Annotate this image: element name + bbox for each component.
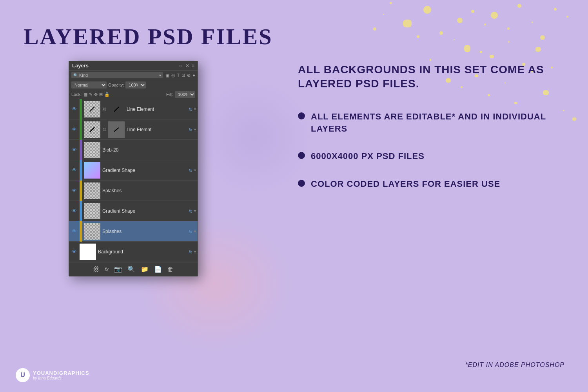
filter-shape-icon[interactable]: ⊡ [181, 73, 185, 78]
ps-search-box[interactable]: 🔍 Kind ▾ [71, 72, 163, 78]
layer-thumb-mask-2 [108, 121, 125, 138]
layer-thumb-3 [84, 142, 100, 158]
ps-kind-label: Kind [79, 73, 158, 78]
layer-thumb-mask-1 [108, 101, 125, 117]
fill-label: Fill: [166, 92, 173, 97]
layer-color-bar-6 [80, 201, 82, 221]
layer-expand-2[interactable]: ▾ [194, 127, 196, 132]
filter-pixel-icon[interactable]: ▣ [165, 73, 169, 78]
layer-thumb-8 [80, 244, 96, 260]
svg-line-2 [90, 127, 94, 132]
layer-thumb-1 [84, 101, 100, 117]
lock-move-icon[interactable]: ✥ [94, 92, 98, 97]
layer-expand-1[interactable]: ▾ [194, 107, 196, 111]
line-mask-icon-2 [113, 126, 120, 133]
checker-bg-7 [84, 223, 100, 240]
layer-gradient-2[interactable]: 👁 Gradient Shape fx ▾ [69, 201, 198, 221]
feature-text-3: COLOR CODED LAYERS FOR EASIER USE [311, 178, 500, 190]
layer-expand-4[interactable]: ▾ [194, 168, 196, 172]
layer-eye-5[interactable]: 👁 [71, 187, 78, 194]
logo-area: U YOUANDIGRAPHICS by Inna Eduards [16, 368, 89, 382]
ps-layers-list: 👁 ⛓ Line Element fx ▾ 👁 ⛓ [69, 99, 198, 262]
opacity-label: Opacity: [108, 83, 124, 87]
bullet-3 [298, 180, 305, 187]
layer-splashes-1[interactable]: 👁 Splashes [69, 181, 198, 201]
line-mask-icon-1 [113, 106, 120, 113]
layer-expand-6[interactable]: ▾ [194, 209, 196, 213]
opacity-select[interactable]: 100% 75% 50% [125, 81, 146, 89]
checker-bg-5 [84, 182, 100, 199]
layer-name-3: Blob-20 [102, 147, 196, 153]
new-layer-icon[interactable]: 📄 [154, 266, 162, 273]
layer-eye-6[interactable]: 👁 [71, 208, 78, 215]
layer-name-2: Line Elemnt [127, 127, 187, 132]
layer-line-element-2[interactable]: 👁 ⛓ Line Elemnt fx ▾ [69, 119, 198, 140]
layer-eye-4[interactable]: 👁 [71, 167, 78, 174]
layer-fx-7[interactable]: fx [189, 229, 192, 234]
layer-fx-8[interactable]: fx [189, 249, 192, 254]
logo-icon: U [16, 368, 30, 382]
layer-fx-1[interactable]: fx [189, 107, 192, 112]
filter-smart-icon[interactable]: ⊛ [187, 73, 191, 78]
layer-eye-2[interactable]: 👁 [71, 126, 78, 133]
logo-sub-text: by Inna Eduards [33, 376, 89, 380]
new-group-folder-icon[interactable]: 📁 [141, 266, 149, 273]
lock-brush-icon[interactable]: ✎ [89, 92, 93, 97]
layer-eye-3[interactable]: 👁 [71, 146, 78, 154]
layer-eye-7[interactable]: 👁 [71, 228, 78, 235]
blend-mode-select[interactable]: Normal Multiply Screen [71, 81, 107, 89]
delete-layer-icon[interactable]: 🗑 [167, 266, 174, 273]
lock-transform-icon[interactable]: ⊞ [99, 92, 103, 97]
ps-minimize-icon[interactable]: ↔ [178, 63, 183, 69]
layer-color-bar-3 [80, 140, 82, 160]
logo-main-text: YOUANDIGRAPHICS [33, 370, 89, 376]
layer-blob[interactable]: 👁 Blob-20 [69, 140, 198, 160]
layer-fx-2[interactable]: fx [189, 127, 192, 132]
lock-label: Lock: [71, 92, 82, 97]
layer-splashes-2[interactable]: 👁 Splashes fx ▾ [69, 221, 198, 242]
lock-checker-icon[interactable]: ▦ [83, 92, 87, 97]
lock-artboard-icon[interactable]: 🔒 [104, 92, 110, 97]
feature-item-2: 6000X4000 PX PSD FILES [298, 150, 564, 163]
filter-toggle[interactable]: ● [192, 73, 195, 78]
feature-item-1: ALL ELEMENTS ARE EDITABLE* AND IN INDIVI… [298, 111, 564, 135]
fill-select[interactable]: 100% 75% [175, 91, 195, 98]
layer-eye-8[interactable]: 👁 [71, 248, 78, 255]
new-group-icon[interactable]: 📷 [114, 266, 122, 273]
layer-thumb-4 [84, 162, 100, 179]
layer-expand-7[interactable]: ▾ [194, 229, 196, 233]
ps-kind-dropdown[interactable]: ▾ [159, 73, 161, 78]
layer-color-bar-2 [80, 119, 82, 140]
layer-fx-4[interactable]: fx [189, 168, 192, 173]
svg-line-0 [90, 107, 94, 112]
layer-color-bar-4 [80, 160, 82, 181]
layer-eye-1[interactable]: 👁 [71, 106, 78, 113]
adjustment-icon[interactable]: 🔍 [127, 266, 135, 273]
layer-color-bar-5 [80, 181, 82, 201]
bullet-2 [298, 152, 305, 159]
filter-text-icon[interactable]: T [177, 73, 180, 78]
layer-fx-6[interactable]: fx [189, 209, 192, 213]
ps-menu-icon[interactable]: ≡ [192, 63, 194, 69]
feature-text-2: 6000X4000 PX PSD FILES [311, 150, 425, 163]
layer-name-7: Splashes [102, 229, 187, 234]
ps-filter-icons: ▣ ◎ T ⊡ ⊛ ● [165, 73, 195, 78]
line-icon-1 [89, 106, 96, 113]
search-icon: 🔍 [73, 73, 78, 78]
layer-thumb-5 [84, 182, 100, 199]
layer-thumb-7 [84, 223, 100, 240]
layer-gradient-1[interactable]: 👁 Gradient Shape fx ▾ [69, 160, 198, 181]
layer-thumb-6 [84, 203, 100, 219]
layer-expand-8[interactable]: ▾ [194, 249, 196, 254]
ps-blend-row: Normal Multiply Screen Opacity: 100% 75%… [69, 80, 198, 90]
link-icon[interactable]: ⛓ [93, 266, 99, 273]
background-blob-lavender [196, 78, 314, 196]
fx-bottom-icon[interactable]: fx [105, 266, 109, 272]
svg-line-3 [114, 128, 119, 132]
ps-close-icon[interactable]: ✕ [185, 63, 189, 69]
layer-line-element-1[interactable]: 👁 ⛓ Line Element fx ▾ [69, 99, 198, 119]
ps-layers-panel: Layers ↔ ✕ ≡ 🔍 Kind ▾ ▣ ◎ T ⊡ ⊛ ● Normal… [69, 61, 198, 276]
ps-lock-row: Lock: ▦ ✎ ✥ ⊞ 🔒 Fill: 100% 75% [69, 90, 198, 99]
layer-background[interactable]: 👁 Background fx ▾ [69, 242, 198, 262]
filter-adjust-icon[interactable]: ◎ [171, 73, 175, 78]
